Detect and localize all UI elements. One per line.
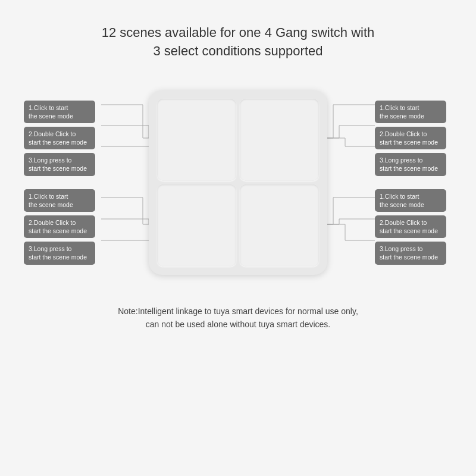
label-l4: 1.Click to startthe scene mode [24, 189, 95, 212]
label-r6: 3.Long press tostart the scene mode [375, 242, 446, 264]
label-l5: 2.Double Click tostart the scene mode [24, 215, 95, 238]
label-l2: 2.Double Click tostart the scene mode [24, 127, 95, 149]
label-r4: 1.Click to startthe scene mode [375, 189, 446, 212]
label-r5: 2.Double Click tostart the scene mode [375, 215, 446, 238]
note: Note:Intelligent linkage to tuya smart d… [94, 305, 382, 331]
switch-button-tl[interactable] [157, 99, 236, 181]
left-labels-container: 1.Click to startthe scene mode 2.Double … [24, 101, 101, 265]
page-title: 12 scenes available for one 4 Gang switc… [102, 24, 375, 61]
switch-button-tr[interactable] [240, 99, 319, 181]
diagram-area: 1.Click to startthe scene mode 2.Double … [24, 79, 452, 287]
switch-button-bl[interactable] [157, 184, 236, 267]
label-r1: 1.Click to startthe scene mode [375, 101, 446, 123]
switch-device [149, 90, 327, 275]
label-r3: 3.Long press tostart the scene mode [375, 153, 446, 176]
label-l3: 3.Long press tostart the scene mode [24, 153, 95, 176]
switch-row-bottom [157, 184, 319, 267]
label-l6: 3.Long press tostart the scene mode [24, 242, 95, 264]
switch-row-top [157, 99, 319, 181]
right-labels-container: 1.Click to startthe scene mode 2.Double … [375, 101, 452, 265]
label-l1: 1.Click to startthe scene mode [24, 101, 95, 123]
switch-button-br[interactable] [240, 184, 319, 267]
label-r2: 2.Double Click tostart the scene mode [375, 127, 446, 149]
